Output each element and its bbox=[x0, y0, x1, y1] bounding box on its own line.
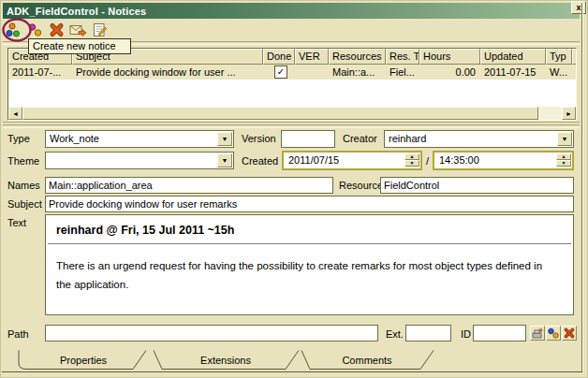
created-date-value: 2011/07/15 bbox=[288, 154, 339, 166]
link-balls-icon bbox=[546, 326, 561, 341]
path-output-button[interactable] bbox=[530, 326, 545, 341]
delete-notice-button[interactable] bbox=[48, 22, 66, 38]
names-label: Names bbox=[7, 180, 40, 191]
cell-res-type: Fiel... bbox=[386, 66, 419, 78]
window-title: ADK_FieldControl - Notices bbox=[3, 6, 146, 17]
link-notice-button[interactable] bbox=[26, 22, 44, 38]
cell-updated: 2011-07-15 bbox=[480, 66, 546, 78]
new-notice-button[interactable] bbox=[5, 22, 22, 38]
creator-combo[interactable]: reinhard ▼ bbox=[384, 130, 574, 148]
tab-properties[interactable]: Properties bbox=[19, 351, 146, 370]
new-notice-icon bbox=[5, 22, 22, 38]
text-body: There is an urgend request for having th… bbox=[56, 256, 557, 294]
type-label: Type bbox=[7, 133, 30, 144]
theme-combo[interactable]: ▼ bbox=[45, 152, 234, 169]
id-input[interactable] bbox=[473, 325, 526, 342]
edit-document-icon bbox=[91, 22, 109, 38]
text-label: Text bbox=[7, 217, 26, 228]
creator-label: Creator bbox=[343, 133, 377, 144]
type-value: Work_note bbox=[50, 133, 99, 144]
column-header-hours[interactable]: Hours bbox=[419, 49, 480, 65]
edit-properties-button[interactable] bbox=[91, 22, 109, 38]
path-delete-button[interactable] bbox=[562, 326, 577, 341]
type-combo[interactable]: Work_note ▼ bbox=[45, 130, 234, 148]
time-spinner: ▲ ▼ bbox=[556, 153, 571, 167]
column-header-partial[interactable]: I bbox=[572, 49, 576, 65]
created-date-field[interactable]: 2011/07/15 ▲ ▼ bbox=[282, 151, 422, 170]
cell-created: 2011-07-... bbox=[8, 66, 72, 78]
window-frame-right-highlight bbox=[582, 3, 583, 371]
notices-table: Created Subject Done VER Resources Res. … bbox=[7, 48, 577, 121]
column-header-res-type[interactable]: Res. T bbox=[386, 49, 419, 65]
close-button[interactable]: x bbox=[571, 1, 586, 14]
titlebar: ADK_FieldControl - Notices bbox=[3, 3, 580, 19]
text-separator bbox=[48, 243, 571, 244]
cell-done: ✓ bbox=[263, 65, 295, 79]
done-checkbox[interactable]: ✓ bbox=[274, 65, 287, 79]
text-editor[interactable]: reinhard @ Fri, 15 Jul 2011 ~15h There i… bbox=[45, 214, 574, 315]
creator-value: reinhard bbox=[389, 133, 426, 144]
table-horizontal-scrollbar[interactable]: ◄ ► bbox=[8, 107, 576, 120]
chevron-down-icon[interactable]: ▼ bbox=[217, 132, 232, 146]
toolbar bbox=[5, 22, 109, 39]
spin-up-icon[interactable]: ▲ bbox=[404, 153, 419, 160]
resource-label: Resource bbox=[339, 180, 383, 191]
scroll-right-icon: ► bbox=[566, 110, 572, 117]
tab-comments-label: Comments bbox=[342, 355, 392, 366]
scroll-left-button[interactable]: ◄ bbox=[8, 107, 22, 120]
id-label: ID bbox=[461, 328, 471, 340]
column-header-updated[interactable]: Updated bbox=[480, 49, 546, 65]
date-time-separator: / bbox=[426, 155, 429, 167]
scroll-left-icon: ◄ bbox=[12, 110, 19, 117]
close-icon: x bbox=[576, 3, 581, 12]
column-header-typ[interactable]: Typ bbox=[546, 49, 572, 65]
send-mail-icon bbox=[69, 22, 87, 38]
path-input[interactable] bbox=[45, 325, 378, 342]
link-notice-icon bbox=[26, 22, 44, 38]
tab-properties-label: Properties bbox=[60, 355, 108, 366]
subject-label: Subject bbox=[7, 198, 42, 210]
delete-icon bbox=[48, 22, 66, 38]
cell-typ: W... bbox=[546, 66, 572, 78]
cell-subject: Provide docking window for user ... bbox=[72, 66, 263, 78]
window-frame-bottom bbox=[2, 371, 582, 372]
spin-up-icon[interactable]: ▲ bbox=[556, 153, 571, 160]
cell-resources: Main::a... bbox=[329, 66, 386, 78]
chevron-down-icon[interactable]: ▼ bbox=[557, 132, 572, 146]
path-link-button[interactable] bbox=[546, 326, 561, 341]
ext-input[interactable] bbox=[405, 325, 451, 342]
names-input[interactable] bbox=[45, 177, 333, 194]
device-icon bbox=[530, 326, 545, 341]
notices-window: ADK_FieldControl - Notices x bbox=[0, 0, 588, 378]
scrollbar-thumb[interactable] bbox=[22, 107, 538, 120]
scroll-right-button[interactable]: ► bbox=[562, 107, 576, 120]
delete-icon bbox=[562, 326, 577, 341]
path-label: Path bbox=[7, 328, 29, 340]
table-row[interactable]: 2011-07-... Provide docking window for u… bbox=[8, 65, 576, 80]
created-time-value: 14:35:00 bbox=[439, 154, 479, 166]
tab-extensions-label: Extensions bbox=[200, 355, 251, 366]
splitter[interactable] bbox=[3, 124, 580, 128]
tooltip: Create new notice bbox=[28, 38, 131, 54]
ext-label: Ext. bbox=[386, 328, 404, 340]
cell-hours: 0.00 bbox=[419, 66, 480, 78]
column-header-done[interactable]: Done bbox=[263, 49, 295, 65]
tab-comments[interactable]: Comments bbox=[301, 351, 434, 370]
chevron-down-icon[interactable]: ▼ bbox=[217, 153, 232, 167]
created-label: Created bbox=[242, 155, 278, 167]
spin-down-icon[interactable]: ▼ bbox=[404, 160, 419, 167]
column-header-ver[interactable]: VER bbox=[295, 49, 329, 65]
tab-extensions[interactable]: Extensions bbox=[154, 351, 299, 370]
column-header-resources[interactable]: Resources bbox=[329, 49, 386, 65]
theme-label: Theme bbox=[7, 155, 39, 167]
version-label: Version bbox=[242, 133, 276, 144]
created-time-field[interactable]: 14:35:00 ▲ ▼ bbox=[433, 151, 574, 170]
resource-input[interactable] bbox=[380, 177, 574, 194]
version-input[interactable] bbox=[281, 130, 335, 148]
spin-down-icon[interactable]: ▼ bbox=[556, 160, 571, 167]
send-notice-button[interactable] bbox=[69, 22, 87, 38]
subject-input[interactable] bbox=[45, 196, 574, 212]
text-heading: reinhard @ Fri, 15 Jul 2011 ~15h bbox=[56, 224, 563, 237]
check-icon: ✓ bbox=[277, 66, 285, 77]
date-spinner: ▲ ▼ bbox=[404, 153, 419, 167]
